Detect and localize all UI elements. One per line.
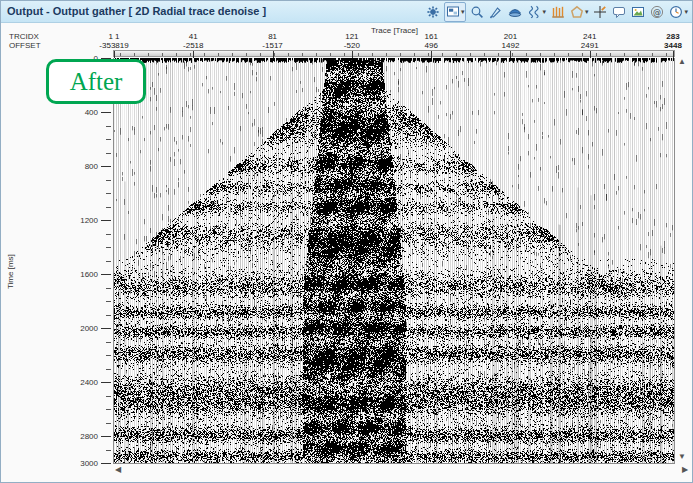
time-minor-tick <box>106 288 111 289</box>
vscroll-down-arrow-icon[interactable]: ▼ <box>678 453 686 461</box>
ruler-minor-tick <box>204 53 205 56</box>
export-image-icon[interactable] <box>630 3 646 21</box>
offset-tick-value: 2491 <box>581 41 599 50</box>
ruler-minor-tick <box>638 53 639 56</box>
time-tick-label: 2800 <box>56 432 98 441</box>
offset-tick-value: -520 <box>344 41 360 50</box>
hscroll-right-arrow-icon[interactable]: ▶ <box>682 466 688 474</box>
offset-tick-value: 3448 <box>664 41 682 50</box>
ruler-minor-tick <box>344 53 345 56</box>
hscroll-left-arrow-icon[interactable]: ◀ <box>115 466 121 474</box>
ruler-minor-tick <box>386 53 387 56</box>
magnify-at-icon[interactable]: @ <box>649 3 665 21</box>
ruler-minor-tick <box>428 53 429 56</box>
ruler-minor-tick <box>316 53 317 56</box>
ruler-minor-tick <box>162 53 163 56</box>
window-title: Output - Output gather [ 2D Radial trace… <box>7 5 266 17</box>
ruler-minor-tick <box>232 53 233 56</box>
ruler-minor-tick <box>568 53 569 56</box>
ruler-minor-tick <box>190 53 191 56</box>
time-minor-tick <box>106 342 111 343</box>
time-major-tick <box>101 220 111 221</box>
ruler-minor-tick <box>218 53 219 56</box>
trcidx-tick-value: 161 <box>424 32 437 41</box>
offset-tick-value: -353819 <box>99 41 128 50</box>
time-minor-tick <box>106 355 111 356</box>
trcidx-tick-value: 121 <box>345 32 358 41</box>
ruler-minor-tick <box>554 53 555 56</box>
dome-view-icon[interactable] <box>507 3 523 21</box>
dropdown-caret-icon[interactable]: ▾ <box>684 8 688 15</box>
ruler-minor-tick <box>456 53 457 56</box>
offset-tick-value: -2518 <box>183 41 203 50</box>
time-minor-tick <box>106 180 111 181</box>
time-tick-label: 1600 <box>56 270 98 279</box>
ruler-minor-tick <box>540 53 541 56</box>
time-major-tick <box>101 112 111 113</box>
vscroll-up-arrow-icon[interactable]: ▲ <box>678 58 686 66</box>
ruler-minor-tick <box>134 53 135 56</box>
time-tick-label: 1200 <box>56 216 98 225</box>
time-major-tick <box>101 328 111 329</box>
ruler-minor-tick <box>274 53 275 56</box>
time-tick-label: 2000 <box>56 324 98 333</box>
wiggle-trace-icon[interactable]: ▾ <box>526 3 547 21</box>
ruler-minor-tick <box>148 53 149 56</box>
ruler-minor-tick <box>512 53 513 56</box>
time-minor-tick <box>106 369 111 370</box>
dropdown-caret-icon[interactable]: ▾ <box>585 8 589 15</box>
svg-text:@: @ <box>653 7 661 16</box>
trace-ruler <box>113 50 675 57</box>
time-minor-tick <box>106 234 111 235</box>
trcidx-tick-value: 201 <box>504 32 517 41</box>
time-axis-label: Time [ms] <box>6 254 15 289</box>
ruler-minor-tick <box>666 53 667 56</box>
polygon-outline-icon[interactable]: ▾ <box>569 3 590 21</box>
toolbar: ▾▾▾@▾ <box>425 1 689 22</box>
time-minor-tick <box>106 301 111 302</box>
time-minor-tick <box>106 396 111 397</box>
time-major-tick <box>101 436 111 437</box>
time-minor-tick <box>106 409 111 410</box>
ruler-minor-tick <box>330 53 331 56</box>
time-minor-tick <box>106 423 111 424</box>
settings-gear-icon[interactable] <box>425 3 441 21</box>
time-minor-tick <box>106 139 111 140</box>
time-major-tick <box>101 463 111 464</box>
trcidx-tick-value: 1 1 <box>108 32 119 41</box>
time-minor-tick <box>106 261 111 262</box>
pick-pen-icon[interactable] <box>488 3 504 21</box>
display-mode-icon[interactable]: ▾ <box>444 2 467 22</box>
time-minor-tick <box>106 153 111 154</box>
ruler-minor-tick <box>246 53 247 56</box>
offset-tick-value: 1492 <box>502 41 520 50</box>
seismic-plot-canvas[interactable] <box>114 58 674 463</box>
time-tick-label: 2400 <box>56 378 98 387</box>
time-major-tick <box>101 166 111 167</box>
density-comb-icon[interactable] <box>550 3 566 21</box>
title-bar: Output - Output gather [ 2D Radial trace… <box>1 1 692 23</box>
time-tick-label: 3000 <box>56 459 98 468</box>
ruler-minor-tick <box>120 53 121 56</box>
time-minor-tick <box>106 247 111 248</box>
ruler-minor-tick <box>400 53 401 56</box>
trcidx-tick-value: 241 <box>583 32 596 41</box>
ruler-minor-tick <box>484 53 485 56</box>
ruler-minor-tick <box>372 53 373 56</box>
ruler-minor-tick <box>288 53 289 56</box>
plot-frame <box>113 58 675 464</box>
clock-icon[interactable]: ▾ <box>668 3 689 21</box>
trcidx-tick-value: 41 <box>189 32 198 41</box>
dropdown-caret-icon[interactable]: ▾ <box>542 8 546 15</box>
zoom-icon[interactable] <box>469 3 485 21</box>
offset-row-label: OFFSET <box>9 41 41 50</box>
time-minor-tick <box>106 193 111 194</box>
time-tick-label: 400 <box>56 108 98 117</box>
comment-bubble-icon[interactable] <box>611 3 627 21</box>
crosshair-pick-icon[interactable] <box>592 3 608 21</box>
ruler-minor-tick <box>470 53 471 56</box>
time-major-tick <box>101 274 111 275</box>
app-window: Output - Output gather [ 2D Radial trace… <box>0 0 693 483</box>
ruler-minor-tick <box>596 53 597 56</box>
dropdown-caret-icon[interactable]: ▾ <box>461 8 465 15</box>
